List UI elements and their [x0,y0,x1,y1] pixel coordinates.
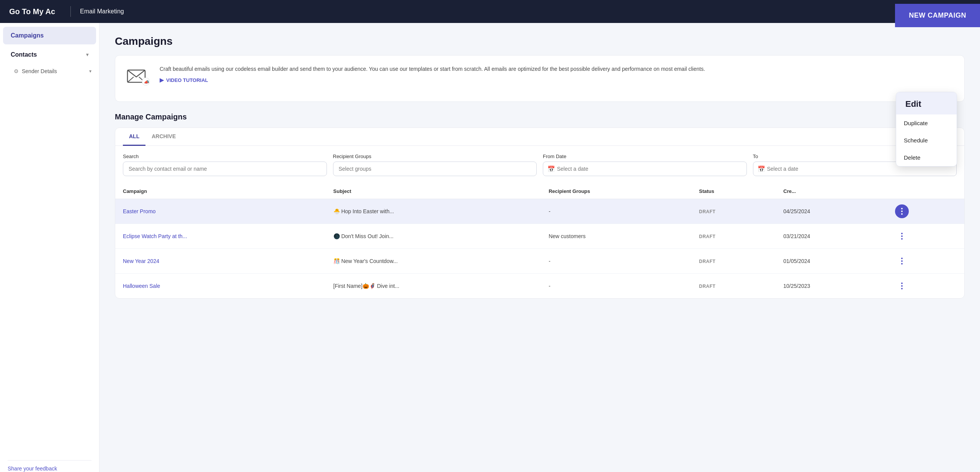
th-recipient-groups: Recipient Groups [541,184,691,199]
td-action-eclipse-watch [887,224,964,249]
td-groups-easter-promo: - [541,199,691,224]
td-subject-halloween-sale: [First Name]🎃🦸 Dive int... [326,274,541,299]
td-subject-eclipse-watch: 🌑 Don't Miss Out! Join... [326,224,541,249]
sidebar-sub-item-sender-details-label: Sender Details [22,68,57,74]
th-created: Cre... [776,184,887,199]
table-row: Eclipse Watch Party at th... 🌑 Don't Mis… [115,224,964,249]
play-icon: ▶ [160,77,164,83]
filters-row: Search Recipient Groups From Date 📅 To [115,146,964,184]
chevron-down-icon-sub: ▾ [89,69,91,74]
td-groups-eclipse-watch: New customers [541,224,691,249]
status-badge-easter-promo: DRAFT [699,209,715,214]
dot-2 [901,285,903,287]
sidebar-sub-item-sender-details[interactable]: ⚙ Sender Details ▾ [0,64,99,78]
table-header-row: Campaign Subject Recipient Groups Status… [115,184,964,199]
table-row: Halloween Sale [First Name]🎃🦸 Dive int..… [115,274,964,299]
campaign-link-easter-promo[interactable]: Easter Promo [123,208,156,214]
dot-1 [901,258,903,259]
dot-1 [901,208,903,209]
tab-all[interactable]: ALL [123,128,145,146]
td-created-easter-promo: 04/25/2024 [776,199,887,224]
tab-archive[interactable]: ARCHIVE [145,128,182,146]
new-campaign-button[interactable]: NEW CAMPAIGN [895,4,980,27]
td-created-halloween-sale: 10/25/2023 [776,274,887,299]
context-menu-header: Edit [896,92,957,114]
td-action-easter-promo [887,199,964,224]
from-date-input-wrapper: 📅 [543,162,747,176]
td-status-halloween-sale: DRAFT [691,274,776,299]
video-tutorial-link[interactable]: ▶ VIDEO TUTORIAL [160,77,208,83]
from-date-input[interactable] [543,162,747,176]
from-date-label: From Date [543,154,747,159]
search-input[interactable] [123,162,327,176]
top-nav: Go To My Ac Email Marketing [0,0,980,23]
td-campaign-new-year-2024: New Year 2024 [115,249,326,274]
campaign-link-halloween-sale[interactable]: Halloween Sale [123,283,160,289]
td-status-eclipse-watch: DRAFT [691,224,776,249]
td-subject-new-year-2024: 🎊 New Year's Countdow... [326,249,541,274]
table-header: Campaign Subject Recipient Groups Status… [115,184,964,199]
dot-2 [901,260,903,262]
filter-groups-group: Recipient Groups [333,154,537,176]
dot-3 [901,263,903,265]
td-status-new-year-2024: DRAFT [691,249,776,274]
calendar-icon-to: 📅 [758,165,765,173]
campaign-link-eclipse-watch[interactable]: Eclipse Watch Party at th... [123,233,187,239]
page-title: Campaigns [115,35,965,47]
email-illustration-icon: 📣 [126,65,150,92]
campaigns-table-container: Campaign Subject Recipient Groups Status… [115,184,964,298]
context-menu-duplicate[interactable]: Duplicate [896,114,957,132]
status-badge-eclipse-watch: DRAFT [699,234,715,239]
status-badge-new-year-2024: DRAFT [699,259,715,264]
feedback-link[interactable]: Share your feedback [0,461,65,472]
sidebar-divider [8,460,91,461]
action-button-eclipse-watch[interactable] [895,229,909,243]
brand-logo[interactable]: Go To My Ac [9,7,55,16]
dot-2 [901,235,903,237]
th-actions [887,184,964,199]
sidebar-item-campaigns[interactable]: Campaigns [3,27,96,44]
tabs-bar: ALL ARCHIVE [115,128,964,146]
chevron-down-icon: ▾ [86,52,88,57]
context-menu-delete[interactable]: Delete [896,149,957,166]
sidebar-item-contacts[interactable]: Contacts ▾ [3,46,96,64]
recipient-groups-input[interactable] [333,162,537,176]
td-action-new-year-2024 [887,249,964,274]
action-button-easter-promo[interactable] [895,204,909,218]
td-created-new-year-2024: 01/05/2024 [776,249,887,274]
td-status-easter-promo: DRAFT [691,199,776,224]
campaign-link-new-year-2024[interactable]: New Year 2024 [123,258,159,264]
campaigns-tbody: Easter Promo 🐣 Hop Into Easter with... -… [115,199,964,299]
campaigns-card: ALL ARCHIVE Search Recipient Groups From… [115,127,965,299]
calendar-icon-from: 📅 [547,165,555,173]
action-button-new-year-2024[interactable] [895,254,909,268]
dot-3 [901,238,903,240]
filter-search-group: Search [123,154,327,176]
section-title: Manage Campaigns [115,113,965,121]
nav-divider [70,6,71,17]
td-action-halloween-sale [887,274,964,299]
svg-text:📣: 📣 [144,79,149,85]
sidebar-footer: Share your feedback [0,456,99,472]
dot-2 [901,211,903,212]
dot-3 [901,288,903,289]
main-content: Campaigns 📣 Craft beautiful emails using… [100,23,980,472]
context-menu-schedule[interactable]: Schedule [896,132,957,149]
campaigns-table: Campaign Subject Recipient Groups Status… [115,184,964,298]
table-row: New Year 2024 🎊 New Year's Countdow... -… [115,249,964,274]
recipient-groups-label: Recipient Groups [333,154,537,159]
action-button-halloween-sale[interactable] [895,279,909,293]
status-badge-halloween-sale: DRAFT [699,284,715,289]
search-label: Search [123,154,327,159]
filter-from-date-group: From Date 📅 [543,154,747,176]
video-tutorial-label: VIDEO TUTORIAL [166,77,208,83]
info-card: 📣 Craft beautiful emails using our codel… [115,55,965,102]
gear-icon: ⚙ [14,68,19,74]
th-campaign: Campaign [115,184,326,199]
td-campaign-eclipse-watch: Eclipse Watch Party at th... [115,224,326,249]
table-row: Easter Promo 🐣 Hop Into Easter with... -… [115,199,964,224]
sidebar-item-contacts-label: Contacts [11,51,37,58]
td-campaign-easter-promo: Easter Promo [115,199,326,224]
td-subject-easter-promo: 🐣 Hop Into Easter with... [326,199,541,224]
dot-1 [901,283,903,284]
